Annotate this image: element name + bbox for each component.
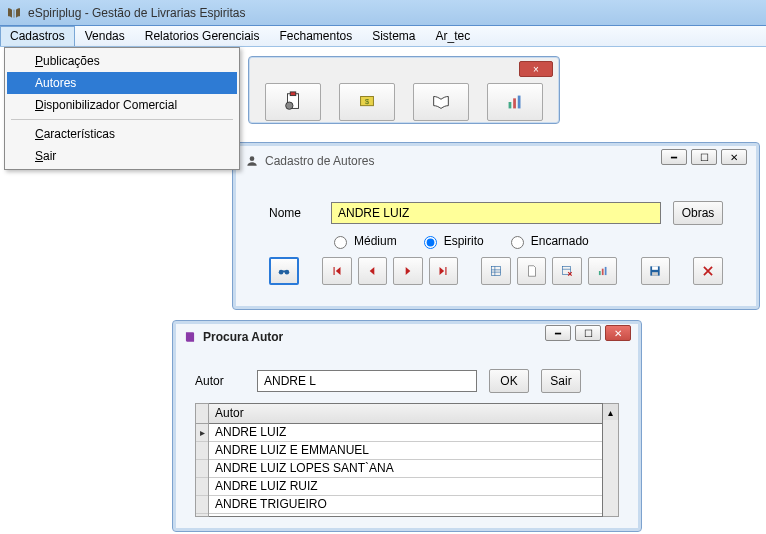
menu-separator: [11, 119, 233, 120]
svg-rect-18: [599, 271, 601, 275]
app-title: eSpiriplug - Gestão de Livrarias Espirit…: [28, 6, 245, 20]
report-button[interactable]: [588, 257, 617, 285]
table-header-autor[interactable]: Autor: [209, 404, 602, 424]
svg-rect-7: [518, 96, 521, 109]
search-max-button[interactable]: ☐: [575, 325, 601, 341]
search-window-title: Procura Autor: [203, 330, 283, 344]
svg-rect-20: [604, 267, 606, 275]
chart-icon: [596, 264, 610, 278]
author-max-button[interactable]: ☐: [691, 149, 717, 165]
table-scrollbar[interactable]: ▴: [603, 403, 619, 517]
author-window: Cadastro de Autores ━ ☐ ✕ Nome Obras Méd…: [232, 142, 760, 310]
svg-point-2: [286, 102, 293, 109]
grid-delete-icon: [560, 264, 574, 278]
menu-item-sair[interactable]: Sair: [7, 145, 237, 167]
author-close-button[interactable]: ✕: [721, 149, 747, 165]
menu-item-publicacoes[interactable]: Publicações: [7, 50, 237, 72]
menubar: Cadastros Vendas Relatorios Gerenciais F…: [0, 26, 766, 47]
book-icon: [430, 91, 452, 113]
autor-input[interactable]: [257, 370, 477, 392]
svg-point-8: [250, 156, 255, 161]
last-icon: [436, 264, 450, 278]
svg-rect-12: [492, 266, 501, 275]
search-window: Procura Autor ━ ☐ ✕ Autor OK Sair Autor …: [172, 320, 642, 532]
nome-label: Nome: [269, 206, 319, 220]
svg-rect-19: [601, 269, 603, 275]
table-row[interactable]: ANDRE LUIZ: [209, 424, 602, 442]
book-purple-icon: [183, 330, 197, 344]
menu-vendas[interactable]: Vendas: [75, 26, 135, 46]
svg-rect-1: [290, 92, 296, 96]
obras-button[interactable]: Obras: [673, 201, 723, 225]
nav-first-button[interactable]: [322, 257, 351, 285]
table-row[interactable]: ANDRE LUIZ LOPES SANT`ANA: [209, 460, 602, 478]
delete-grid-button[interactable]: [552, 257, 581, 285]
svg-rect-22: [653, 266, 659, 270]
author-window-title: Cadastro de Autores: [265, 154, 374, 168]
menu-item-disponibilizador[interactable]: Disponibilizador Comercial: [7, 94, 237, 116]
author-min-button[interactable]: ━: [661, 149, 687, 165]
app-titlebar: eSpiriplug - Gestão de Livrarias Espirit…: [0, 0, 766, 26]
clipboard-gear-icon: [282, 91, 304, 113]
menu-fechamentos[interactable]: Fechamentos: [269, 26, 362, 46]
menu-cadastros[interactable]: Cadastros: [0, 26, 75, 46]
svg-rect-23: [653, 272, 659, 276]
grid-button[interactable]: [481, 257, 510, 285]
table-row[interactable]: ANDRE LUIZ E EMMANUEL: [209, 442, 602, 460]
scroll-up[interactable]: ▴: [603, 404, 618, 420]
menu-item-caracteristicas[interactable]: Características: [7, 123, 237, 145]
svg-rect-11: [282, 270, 286, 272]
toolbar-btn-4[interactable]: [487, 83, 543, 121]
radio-encarnado[interactable]: Encarnado: [506, 233, 589, 249]
grid-icon: [489, 264, 503, 278]
nav-last-button[interactable]: [429, 257, 458, 285]
sair-button[interactable]: Sair: [541, 369, 581, 393]
cadastros-dropdown: Publicações Autores Disponibilizador Com…: [4, 47, 240, 170]
next-icon: [401, 264, 415, 278]
toolbar-btn-2[interactable]: $: [339, 83, 395, 121]
table-row[interactable]: ANDRE LUIZ RUIZ: [209, 478, 602, 496]
window-icon: [245, 154, 259, 168]
radio-medium[interactable]: Médium: [329, 233, 397, 249]
toolbar-window: × $: [248, 56, 560, 124]
results-table: Autor ANDRE LUIZ ANDRE LUIZ E EMMANUEL A…: [195, 403, 619, 517]
radio-espirito[interactable]: Espirito: [419, 233, 484, 249]
search-button[interactable]: [269, 257, 299, 285]
search-close-button[interactable]: ✕: [605, 325, 631, 341]
table-gutter: [195, 403, 209, 517]
new-button[interactable]: [517, 257, 546, 285]
document-icon: [525, 264, 539, 278]
toolbar-btn-3[interactable]: [413, 83, 469, 121]
nome-input[interactable]: [331, 202, 661, 224]
toolbar-close-button[interactable]: ×: [519, 61, 553, 77]
table-row[interactable]: ANDRE TRIGUEIRO: [209, 496, 602, 514]
autor-label: Autor: [195, 374, 245, 388]
menu-relatorios[interactable]: Relatorios Gerenciais: [135, 26, 270, 46]
toolbar-btn-1[interactable]: [265, 83, 321, 121]
delete-button[interactable]: [693, 257, 722, 285]
svg-rect-5: [509, 102, 512, 108]
chart-icon: [504, 91, 526, 113]
menu-sistema[interactable]: Sistema: [362, 26, 425, 46]
binoculars-icon: [277, 264, 291, 278]
first-icon: [330, 264, 344, 278]
save-icon: [648, 264, 662, 278]
prev-icon: [365, 264, 379, 278]
menu-artec[interactable]: Ar_tec: [426, 26, 481, 46]
save-button[interactable]: [641, 257, 670, 285]
nav-prev-button[interactable]: [358, 257, 387, 285]
svg-text:$: $: [365, 97, 369, 106]
ok-button[interactable]: OK: [489, 369, 529, 393]
nav-next-button[interactable]: [393, 257, 422, 285]
svg-rect-6: [513, 98, 516, 108]
menu-item-autores[interactable]: Autores: [7, 72, 237, 94]
app-icon: [6, 5, 22, 21]
close-icon: [701, 264, 715, 278]
row-marker: [196, 424, 208, 442]
search-min-button[interactable]: ━: [545, 325, 571, 341]
money-icon: $: [356, 91, 378, 113]
